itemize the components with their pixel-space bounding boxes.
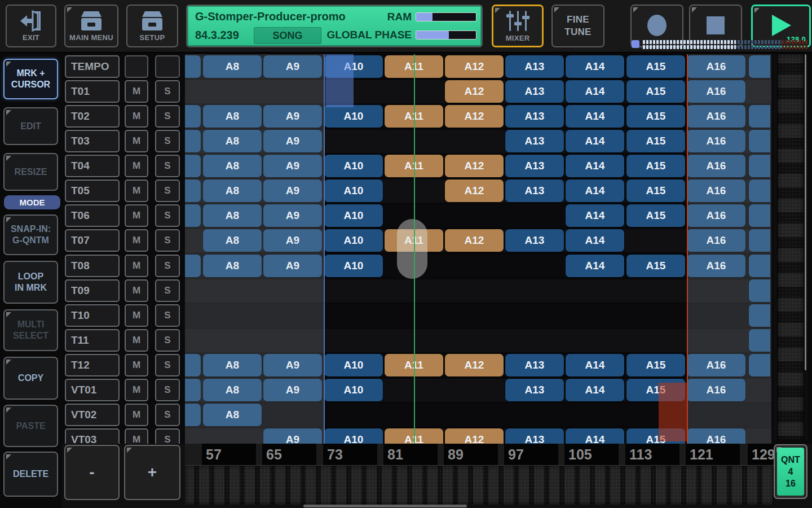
track-button-t09[interactable]: T09 — [65, 279, 120, 302]
mute-button-vt01[interactable]: M — [125, 379, 148, 401]
pattern-cell-a11-t02[interactable]: A11 — [385, 105, 443, 128]
track-button-t12[interactable]: T12 — [65, 354, 120, 376]
pattern-cell-a8-vt01[interactable]: A8 — [203, 379, 262, 401]
pattern-cell-a13-vt01[interactable]: A13 — [505, 379, 564, 401]
pattern-cell-tail[interactable] — [185, 130, 201, 152]
pattern-cell-a14-tempo[interactable]: A14 — [566, 55, 624, 78]
sidebar-button-resize[interactable]: RESIZE — [3, 153, 58, 191]
pattern-cell-a12-t04[interactable]: A12 — [445, 155, 504, 177]
track-button-t02[interactable]: T02 — [65, 105, 120, 128]
pattern-cell-a15-t05[interactable]: A15 — [626, 179, 685, 202]
pattern-cell-a10-t04[interactable]: A10 — [324, 155, 383, 177]
pattern-cell-a15-t02[interactable]: A15 — [626, 105, 685, 128]
pattern-cell-a13-t12[interactable]: A13 — [505, 354, 564, 376]
pattern-cell-a8-t06[interactable]: A8 — [203, 204, 262, 227]
pattern-cell-a12-t02[interactable]: A12 — [445, 105, 504, 128]
pattern-cell-a14-t03[interactable]: A14 — [566, 130, 624, 152]
pattern-cell-a14-vt01[interactable]: A14 — [566, 379, 624, 401]
pattern-cell-a15-t06[interactable]: A15 — [626, 204, 685, 227]
pattern-cell-a12-t07[interactable]: A12 — [445, 229, 504, 252]
solo-button-t04[interactable]: S — [155, 155, 180, 177]
pattern-cell-a10-t07[interactable]: A10 — [324, 229, 383, 252]
pattern-cell-tail[interactable] — [185, 404, 201, 426]
solo-button-vt01[interactable]: S — [155, 379, 180, 401]
pattern-cell-a12-vt03[interactable]: A12 — [445, 428, 504, 444]
solo-button-t05[interactable]: S — [155, 179, 180, 202]
measure-ruler[interactable]: 576573818997105113121129 — [185, 444, 774, 465]
mute-button-vt02[interactable]: M — [125, 404, 148, 426]
track-button-t11[interactable]: T11 — [65, 329, 120, 352]
pattern-cell-a8-t07[interactable]: A8 — [203, 229, 262, 252]
pattern-cell-tail[interactable] — [749, 130, 770, 152]
solo-button-t12[interactable]: S — [155, 354, 180, 376]
track-button-t05[interactable]: T05 — [65, 179, 120, 202]
mixer-button[interactable]: MIXER — [492, 5, 544, 47]
pattern-cell-a9-t07[interactable]: A9 — [263, 229, 322, 252]
sidebar-button-snap-in-g-qntm[interactable]: SNAP-IN:G-QNTM — [3, 214, 58, 255]
pattern-cell-a13-t03[interactable]: A13 — [505, 130, 564, 152]
pattern-cell-a9-t05[interactable]: A9 — [263, 179, 322, 202]
pattern-cell-a16-vt03[interactable]: A16 — [687, 428, 745, 444]
pattern-cell-a13-t01[interactable]: A13 — [505, 80, 564, 103]
pattern-cell-a16-t12[interactable]: A16 — [687, 354, 745, 376]
pattern-cell-a14-t02[interactable]: A14 — [566, 105, 624, 128]
pattern-cell-a11-t04[interactable]: A11 — [385, 155, 443, 177]
track-button-t07[interactable]: T07 — [65, 229, 120, 252]
mute-button-t03[interactable]: M — [125, 130, 148, 152]
pattern-cell-a9-tempo[interactable]: A9 — [263, 55, 322, 78]
pattern-cell-tail[interactable] — [749, 204, 770, 227]
pattern-cell-a12-tempo[interactable]: A12 — [445, 55, 504, 78]
zoom-out-button[interactable]: - — [64, 445, 120, 500]
pattern-cell-tail[interactable] — [749, 304, 770, 327]
pattern-cell-a11-tempo[interactable]: A11 — [385, 55, 443, 78]
pattern-cell-a9-vt03[interactable]: A9 — [263, 428, 322, 444]
pattern-cell-a13-t05[interactable]: A13 — [505, 179, 564, 202]
pattern-cell-a15-vt01[interactable]: A15 — [626, 379, 685, 401]
pattern-cell-a10-t05[interactable]: A10 — [324, 179, 383, 202]
pattern-cell-a10-t06[interactable]: A10 — [324, 204, 383, 227]
mute-button-t09[interactable]: M — [125, 279, 148, 302]
pattern-cell-a8-t04[interactable]: A8 — [203, 155, 262, 177]
solo-button-t10[interactable]: S — [155, 304, 180, 327]
song-arrangement-grid[interactable]: A8A9A10A11A12A13A14A15A16A12A13A14A15A16… — [185, 54, 771, 444]
pattern-cell-a15-vt03[interactable]: A15 — [626, 428, 685, 444]
track-button-vt01[interactable]: VT01 — [65, 379, 120, 401]
blank-button[interactable] — [125, 55, 148, 78]
sidebar-button-delete[interactable]: DELETE — [3, 452, 58, 497]
pattern-cell-a9-t06[interactable]: A9 — [263, 204, 322, 227]
pattern-cell-tail[interactable] — [749, 179, 770, 202]
pattern-cell-a10-vt03[interactable]: A10 — [324, 428, 383, 444]
pattern-cell-a15-t03[interactable]: A15 — [626, 130, 685, 152]
pattern-cell-a9-t03[interactable]: A9 — [263, 130, 322, 152]
track-button-vt02[interactable]: VT02 — [65, 404, 120, 426]
pattern-cell-tail[interactable] — [185, 379, 201, 401]
pattern-cell-tail[interactable] — [749, 329, 770, 352]
track-button-t06[interactable]: T06 — [65, 204, 120, 227]
track-button-t04[interactable]: T04 — [65, 155, 120, 177]
sidebar-button-edit[interactable]: EDIT — [3, 107, 58, 145]
solo-button-vt03[interactable]: S — [155, 428, 180, 444]
solo-button-t06[interactable]: S — [155, 204, 180, 227]
pattern-cell-a9-t08[interactable]: A9 — [263, 255, 322, 277]
solo-button-t03[interactable]: S — [155, 130, 180, 152]
pattern-cell-a9-t12[interactable]: A9 — [263, 354, 322, 376]
mute-button-t11[interactable]: M — [125, 329, 148, 352]
zoom-in-button[interactable]: + — [124, 445, 180, 500]
mute-button-t10[interactable]: M — [125, 304, 148, 327]
pattern-cell-a14-vt03[interactable]: A14 — [566, 428, 624, 444]
sidebar-button-mrk-cursor[interactable]: MRK +CURSOR — [3, 59, 58, 99]
pattern-cell-a10-t12[interactable]: A10 — [324, 354, 383, 376]
mute-button-t06[interactable]: M — [125, 204, 148, 227]
pattern-cell-a13-tempo[interactable]: A13 — [505, 55, 564, 78]
pattern-cell-tail[interactable] — [185, 155, 201, 177]
mute-button-t07[interactable]: M — [125, 229, 148, 252]
pattern-cell-a14-t08[interactable]: A14 — [566, 255, 624, 277]
pattern-cell-a14-t07[interactable]: A14 — [566, 229, 624, 252]
pattern-cell-a13-vt03[interactable]: A13 — [505, 428, 564, 444]
quantize-button[interactable]: QNT 4 16 — [774, 444, 807, 499]
pattern-cell-a12-t05[interactable]: A12 — [445, 179, 504, 202]
pattern-cell-a16-t02[interactable]: A16 — [687, 105, 745, 128]
pattern-cell-a16-t01[interactable]: A16 — [687, 80, 745, 103]
pattern-cell-a15-tempo[interactable]: A15 — [626, 55, 685, 78]
pattern-cell-a11-t07[interactable]: A11 — [385, 229, 443, 252]
